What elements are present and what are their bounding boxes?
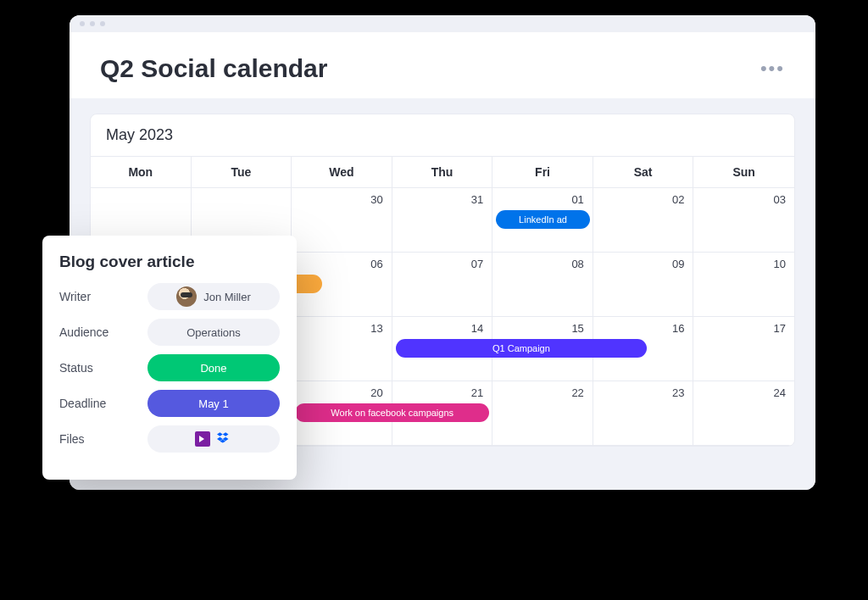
deadline-value: May 1: [198, 397, 228, 410]
files-pill[interactable]: [147, 425, 280, 453]
field-audience: Audience Operations: [59, 319, 280, 346]
deadline-pill[interactable]: May 1: [147, 390, 280, 417]
day-sat: Sat: [593, 157, 694, 188]
avatar-icon: [176, 286, 197, 307]
calendar-day-header: Mon Tue Wed Thu Fri Sat Sun: [91, 157, 794, 188]
calendar-cell[interactable]: 10: [693, 253, 794, 317]
calendar-cell[interactable]: 02: [593, 188, 694, 253]
calendar-cell[interactable]: 31: [392, 188, 493, 253]
day-fri: Fri: [492, 157, 593, 188]
page-title: Q2 Social calendar: [100, 54, 327, 83]
status-pill[interactable]: Done: [147, 354, 280, 381]
field-label-files: Files: [59, 432, 136, 446]
field-label-status: Status: [59, 361, 136, 375]
field-files: Files: [59, 425, 280, 453]
day-wed: Wed: [292, 157, 392, 188]
calendar-cell[interactable]: 17: [693, 317, 794, 381]
calendar-cell[interactable]: 13: [292, 317, 392, 381]
more-options-icon[interactable]: •••: [760, 58, 785, 80]
field-label-writer: Writer: [59, 290, 136, 303]
event-facebook-campaigns[interactable]: Work on facebook campaigns: [295, 403, 489, 422]
calendar-month-title: May 2023: [91, 114, 794, 157]
status-value: Done: [200, 362, 226, 375]
card-title: Blog cover article: [59, 253, 280, 271]
audience-pill[interactable]: Operations: [147, 319, 280, 346]
video-file-icon[interactable]: [195, 431, 210, 447]
calendar-cell[interactable]: 07: [392, 253, 493, 317]
calendar-cell[interactable]: 03: [693, 188, 794, 253]
day-mon: Mon: [91, 157, 192, 188]
calendar-cell[interactable]: 09: [593, 253, 694, 317]
page-header: Q2 Social calendar •••: [70, 32, 815, 98]
event-q1-campaign[interactable]: Q1 Campaign: [396, 339, 647, 358]
window-titlebar: [70, 15, 815, 32]
calendar-cell[interactable]: 08: [492, 253, 593, 317]
writer-pill[interactable]: Jon Miller: [147, 283, 280, 310]
day-thu: Thu: [392, 157, 493, 188]
field-deadline: Deadline May 1: [59, 390, 280, 417]
field-status: Status Done: [59, 354, 280, 381]
day-tue: Tue: [192, 157, 292, 188]
event-detail-card: Blog cover article Writer Jon Miller Aud…: [42, 236, 297, 480]
calendar-cell[interactable]: 22: [492, 381, 593, 446]
writer-name: Jon Miller: [203, 291, 251, 303]
calendar-cell[interactable]: 24: [693, 381, 794, 446]
field-writer: Writer Jon Miller: [59, 283, 280, 310]
day-sun: Sun: [693, 157, 794, 188]
calendar-cell[interactable]: 23: [593, 381, 694, 446]
field-label-audience: Audience: [59, 325, 136, 339]
audience-value: Operations: [186, 326, 241, 339]
dropbox-file-icon[interactable]: [217, 431, 232, 447]
event-linkedin-ad[interactable]: LinkedIn ad: [496, 210, 590, 229]
calendar-cell[interactable]: 30: [292, 188, 392, 253]
field-label-deadline: Deadline: [59, 397, 136, 410]
